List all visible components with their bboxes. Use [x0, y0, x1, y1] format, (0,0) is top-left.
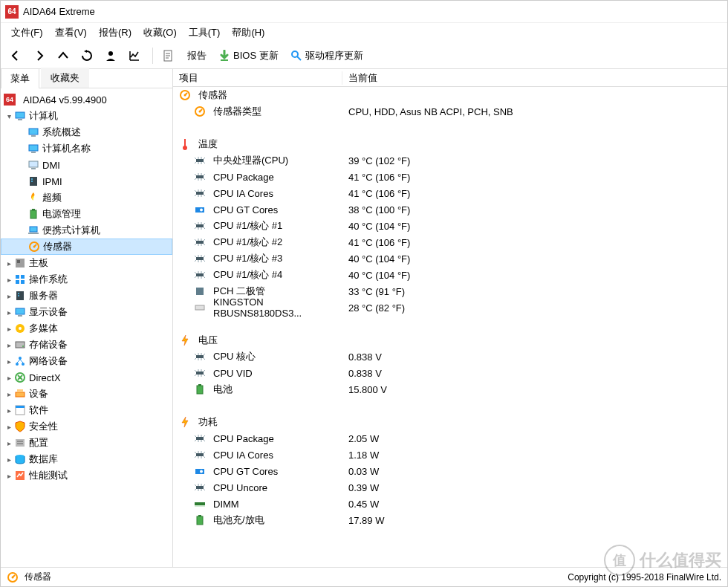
list-row[interactable]: CPU 核心0.838 V [173, 348, 727, 365]
row-label: 电池充/放电 [213, 513, 264, 527]
tree-node-6[interactable]: ▸网络设备 [1, 353, 172, 369]
tree-node-2[interactable]: ▸服务器 [1, 288, 172, 304]
tree-node-3[interactable]: ▸显示设备 [1, 304, 172, 320]
back-button[interactable] [5, 45, 26, 66]
bios-update-button[interactable]: BIOS 更新 [212, 48, 285, 64]
tree-computer-child-5[interactable]: 电源管理 [1, 206, 172, 222]
list-row[interactable]: CPU #1/核心 #340 °C (104 °F) [173, 250, 727, 267]
tree-computer-child-0[interactable]: 系统概述 [1, 124, 172, 140]
tree-node-13[interactable]: ▸性能测试 [1, 467, 172, 484]
list-row[interactable]: CPU VID0.838 V [173, 365, 727, 381]
twisty-icon[interactable]: ▾ [4, 112, 14, 120]
svg-point-50 [199, 111, 201, 113]
tree[interactable]: 64AIDA64 v5.99.4900▾计算机系统概述计算机名称DMIIPMI超… [1, 88, 172, 567]
list-row[interactable]: CPU GT Cores38 °C (100 °F) [173, 201, 727, 218]
svg-rect-6 [29, 129, 38, 134]
list-row[interactable]: CPU #1/核心 #140 °C (104 °F) [173, 218, 727, 234]
user-button[interactable] [100, 45, 121, 66]
tree-computer-child-6[interactable]: 便携式计算机 [1, 222, 172, 239]
tree-node-9[interactable]: ▸软件 [1, 402, 172, 418]
list-row[interactable]: CPU Package41 °C (106 °F) [173, 169, 727, 185]
twisty-icon[interactable]: ▸ [4, 357, 14, 366]
menu-item-5[interactable]: 帮助(H) [226, 25, 270, 41]
row-label: CPU #1/核心 #4 [213, 268, 282, 282]
tree-node-11[interactable]: ▸配置 [1, 435, 172, 451]
list-row[interactable]: 中央处理器(CPU)39 °C (102 °F) [173, 152, 727, 169]
twisty-icon[interactable]: ▸ [4, 472, 14, 480]
list-row[interactable]: CPU GT Cores0.03 W [173, 463, 727, 479]
list-row[interactable]: DIMM0.45 W [173, 496, 727, 512]
col-item[interactable]: 项目 [173, 71, 342, 85]
tree-node-12[interactable]: ▸数据库 [1, 451, 172, 467]
tree-root[interactable]: 64AIDA64 v5.99.4900 [1, 91, 172, 108]
row-label: CPU #1/核心 #3 [213, 252, 282, 265]
tree-node-7[interactable]: ▸DirectX [1, 369, 172, 386]
report-icon-button[interactable] [157, 45, 178, 66]
menu-item-2[interactable]: 报告(R) [93, 25, 137, 41]
menu-item-0[interactable]: 文件(F) [5, 25, 49, 41]
group-header-2[interactable]: 电压 [173, 332, 727, 348]
tree-node-10[interactable]: ▸安全性 [1, 418, 172, 435]
svg-rect-41 [17, 389, 23, 392]
twisty-icon[interactable]: ▸ [4, 341, 14, 349]
tree-computer-child-2[interactable]: DMI [1, 157, 172, 173]
list-row[interactable]: CPU Uncore0.39 W [173, 479, 727, 496]
chevron-left-icon [10, 50, 22, 62]
chart-button[interactable] [124, 45, 145, 66]
sensor-list[interactable]: 传感器传感器类型CPU, HDD, Asus NB ACPI, PCH, SNB… [173, 87, 727, 567]
list-row[interactable]: CPU Package2.05 W [173, 430, 727, 447]
col-value[interactable]: 当前值 [342, 71, 727, 85]
list-row[interactable]: 电池15.800 V [173, 381, 727, 398]
group-header-3[interactable]: 功耗 [173, 414, 727, 430]
menu-item-3[interactable]: 收藏(O) [137, 25, 183, 41]
tree-computer-child-4[interactable]: 超频 [1, 189, 172, 206]
tree-node-5[interactable]: ▸存储设备 [1, 337, 172, 353]
twisty-icon[interactable]: ▸ [4, 390, 14, 398]
driver-update-button[interactable]: 驱动程序更新 [285, 48, 369, 64]
menu-item-4[interactable]: 工具(T) [183, 25, 227, 41]
group-header-1[interactable]: 温度 [173, 136, 727, 152]
twisty-icon[interactable]: ▸ [4, 406, 14, 415]
twisty-icon[interactable]: ▸ [4, 259, 14, 267]
svg-rect-40 [16, 392, 25, 397]
tree-node-0[interactable]: ▸主板 [1, 255, 172, 271]
forward-button[interactable] [29, 45, 50, 66]
twisty-icon[interactable]: ▸ [4, 292, 14, 300]
refresh-button[interactable] [77, 45, 97, 66]
tree-node-4[interactable]: ▸多媒体 [1, 320, 172, 337]
list-row[interactable]: CPU IA Cores41 °C (106 °F) [173, 185, 727, 201]
twisty-icon[interactable]: ▸ [4, 423, 14, 431]
twisty-icon[interactable]: ▸ [4, 374, 14, 382]
list-row[interactable]: KINGSTON RBUSNS8180DS3...28 °C (82 °F) [173, 299, 727, 316]
tree-node-8[interactable]: ▸设备 [1, 386, 172, 402]
monitor-icon [27, 126, 39, 138]
list-row[interactable]: CPU #1/核心 #440 °C (104 °F) [173, 267, 727, 283]
twisty-icon[interactable]: ▸ [4, 276, 14, 284]
list-row[interactable]: CPU IA Cores1.18 W [173, 447, 727, 463]
menu-item-1[interactable]: 查看(V) [49, 25, 93, 41]
group-header-0[interactable]: 传感器 [173, 87, 727, 103]
list-row[interactable]: 电池充/放电17.89 W [173, 512, 727, 528]
tree-computer-child-1[interactable]: 计算机名称 [1, 140, 172, 157]
tree-computer-child-7[interactable]: 传感器 [1, 239, 172, 255]
svg-rect-17 [30, 227, 37, 232]
twisty-icon[interactable]: ▸ [4, 439, 14, 447]
twisty-icon[interactable]: ▸ [4, 455, 14, 464]
row-label: CPU GT Cores [213, 466, 278, 477]
svg-rect-44 [16, 439, 25, 447]
report-button[interactable]: 报告 [181, 48, 212, 64]
list-row[interactable]: CPU #1/核心 #241 °C (106 °F) [173, 234, 727, 250]
chart-icon [129, 50, 140, 62]
list-row[interactable]: 传感器类型CPU, HDD, Asus NB ACPI, PCH, SNB [173, 103, 727, 120]
svg-rect-9 [31, 152, 36, 153]
tab-menu[interactable]: 菜单 [1, 68, 39, 88]
twisty-icon[interactable]: ▸ [4, 325, 14, 333]
tree-computer-child-3[interactable]: IPMI [1, 173, 172, 189]
tree-computer[interactable]: ▾计算机 [1, 108, 172, 124]
tab-favorites[interactable]: 收藏夹 [41, 68, 89, 88]
tree-node-1[interactable]: ▸操作系统 [1, 271, 172, 288]
tree-label: 传感器 [43, 240, 72, 253]
up-button[interactable] [53, 45, 74, 66]
twisty-icon[interactable]: ▸ [4, 308, 14, 317]
toolbar: 报告 BIOS 更新 驱动程序更新 [1, 42, 727, 69]
